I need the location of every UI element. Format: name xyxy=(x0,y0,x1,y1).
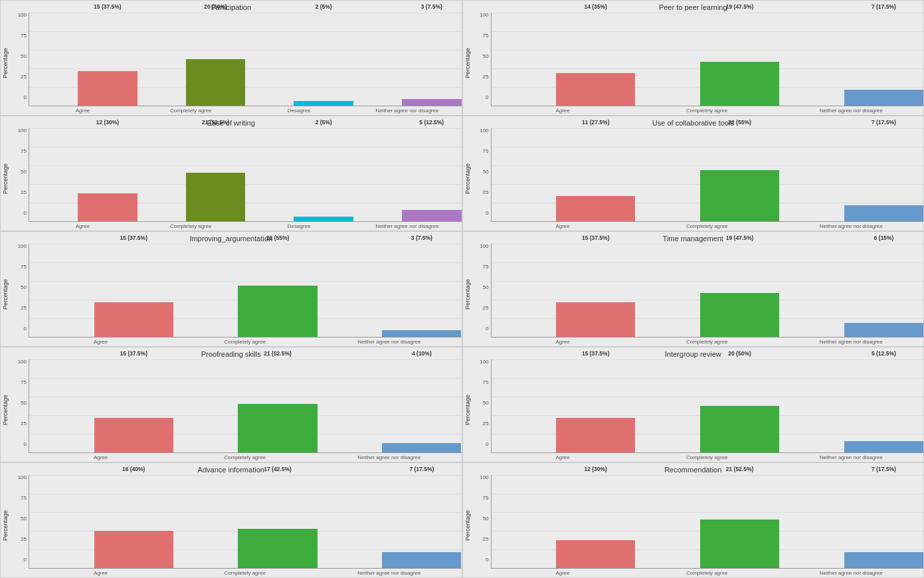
y-tick: 25 xyxy=(10,190,29,195)
bar-Neither-agree-nor-disagree xyxy=(402,210,461,222)
bar-value-label-0: 12 (30%) xyxy=(74,119,141,193)
x-axis: AgreeCompletely agreeNeither agree nor d… xyxy=(491,106,924,114)
y-tick: 25 xyxy=(10,74,29,80)
x-label-2: Desagree xyxy=(245,222,353,229)
chart-area-ease-of-writing: Percentage025507510012 (30%)21 (52.5%)2 … xyxy=(1,128,462,229)
y-tick: 50 xyxy=(472,54,491,59)
bar-value-label-0: 11 (27.5%) xyxy=(563,119,629,196)
bar-group-1: 19 (47.5%) xyxy=(635,13,779,106)
y-tick: 100 xyxy=(472,13,491,18)
x-label-3: Neither agree nor disagree xyxy=(353,222,462,229)
bar-group-1: 17 (42.5%) xyxy=(173,475,318,568)
y-tick: 50 xyxy=(472,401,491,406)
x-label-2: Neither agree nor disagree xyxy=(779,569,923,576)
y-tick: 75 xyxy=(10,264,29,270)
bar-Agree xyxy=(78,71,137,106)
y-axis-label: Percentage xyxy=(463,244,472,345)
bar-group-0: 15 (37.5%) xyxy=(492,359,636,452)
y-tick: 75 xyxy=(472,264,491,270)
y-tick: 100 xyxy=(10,359,29,365)
y-axis-label: Percentage xyxy=(1,359,10,460)
bar-group-1: 19 (47.5%) xyxy=(635,244,779,337)
bar-value-label-2: 3 (7.5%) xyxy=(389,235,455,330)
y-tick: 25 xyxy=(472,74,491,80)
y-tick: 100 xyxy=(10,13,29,18)
y-tick: 50 xyxy=(10,285,29,290)
x-axis: AgreeCompletely agreeDesagreeNeither agr… xyxy=(29,106,462,114)
chart-area-participation: Percentage025507510015 (37.5%)20 (50%)2 … xyxy=(1,13,462,114)
bar-Neither-agree-nor-disagree xyxy=(844,552,923,569)
y-tick: 25 xyxy=(472,306,491,311)
bars-container: 15 (37.5%)20 (50%)2 (5%)3 (7.5%) xyxy=(29,13,462,106)
bar-value-label-1: 20 (50%) xyxy=(707,350,773,406)
bars-and-xaxis: 12 (30%)21 (52.5%)7 (17.5%)AgreeComplete… xyxy=(491,475,924,576)
bar-Completely-agree xyxy=(700,170,779,221)
bar-group-0: 15 (37.5%) xyxy=(492,244,636,337)
bar-group-2: 7 (17.5%) xyxy=(318,475,462,568)
chart-improving-argumentation: Improving_argumentationPercentage0255075… xyxy=(0,231,462,347)
x-axis: AgreeCompletely agreeNeither agree nor d… xyxy=(29,569,462,576)
y-axis-label: Percentage xyxy=(463,475,472,576)
bar-Agree xyxy=(556,540,635,568)
bars-and-xaxis: 14 (35%)19 (47.5%)7 (17.5%)AgreeComplete… xyxy=(491,13,924,114)
bar-Neither-agree-nor-disagree xyxy=(844,441,923,453)
x-label-2: Neither agree nor disagree xyxy=(779,106,923,114)
x-label-2: Neither agree nor disagree xyxy=(317,569,461,576)
bars-container: 15 (37.5%)21 (52.5%)4 (10%) xyxy=(29,359,462,453)
y-tick: 25 xyxy=(472,190,491,195)
x-label-1: Completely agree xyxy=(635,569,779,576)
bars-container: 12 (30%)21 (52.5%)2 (5%)5 (12.5%) xyxy=(29,128,462,222)
y-tick: 50 xyxy=(10,401,29,406)
bar-group-1: 21 (52.5%) xyxy=(173,359,318,452)
x-label-2: Neither agree nor disagree xyxy=(779,337,923,345)
y-tick: 75 xyxy=(472,496,491,501)
x-label-0: Agree xyxy=(491,453,635,460)
y-tick: 75 xyxy=(10,496,29,501)
y-tick: 100 xyxy=(10,128,29,134)
bar-Agree xyxy=(556,196,635,222)
bar-Neither-agree-nor-disagree xyxy=(382,552,461,569)
bar-value-label-2: 7 (17.5%) xyxy=(850,466,917,552)
bar-value-label-1: 19 (47.5%) xyxy=(707,3,773,62)
bar-Agree xyxy=(94,418,173,453)
y-tick: 0 xyxy=(10,95,29,100)
bars-and-xaxis: 11 (27.5%)22 (55%)7 (17.5%)AgreeComplete… xyxy=(491,128,924,229)
bar-group-0: 15 (37.5%) xyxy=(29,359,173,452)
bar-Neither-agree-nor-disagree xyxy=(844,90,923,106)
plot-area: 025507510011 (27.5%)22 (55%)7 (17.5%)Agr… xyxy=(472,128,924,229)
x-label-0: Agree xyxy=(29,453,173,460)
bar-group-0: 14 (35%) xyxy=(492,13,636,106)
bar-group-0: 11 (27.5%) xyxy=(492,128,636,221)
bar-value-label-1: 22 (55%) xyxy=(244,235,311,286)
bar-value-label-0: 15 (37.5%) xyxy=(563,235,629,302)
y-tick: 25 xyxy=(472,537,491,542)
bar-group-1: 21 (52.5%) xyxy=(635,475,779,568)
plot-area: 025507510016 (40%)17 (42.5%)7 (17.5%)Agr… xyxy=(10,475,462,576)
x-axis: AgreeCompletely agreeNeither agree nor d… xyxy=(29,337,462,345)
y-ticks: 0255075100 xyxy=(10,128,29,216)
y-ticks: 0255075100 xyxy=(10,475,29,563)
x-label-1: Completely agree xyxy=(173,569,317,576)
bars-container: 14 (35%)19 (47.5%)7 (17.5%) xyxy=(491,13,924,106)
y-tick: 0 xyxy=(10,326,29,332)
bar-value-label-0: 15 (37.5%) xyxy=(563,350,629,418)
y-tick: 75 xyxy=(472,380,491,385)
chart-advance-information: Advance informationPercentage02550751001… xyxy=(0,462,462,578)
y-axis-label: Percentage xyxy=(463,359,472,460)
x-label-2: Desagree xyxy=(245,106,353,114)
y-tick: 50 xyxy=(472,169,491,175)
plot-area: 025507510012 (30%)21 (52.5%)2 (5%)5 (12.… xyxy=(10,128,462,229)
bar-group-3: 5 (12.5%) xyxy=(353,128,462,221)
y-tick: 100 xyxy=(472,128,491,134)
bar-group-0: 15 (37.5%) xyxy=(29,244,173,337)
y-tick: 25 xyxy=(10,306,29,311)
y-ticks: 0255075100 xyxy=(472,244,491,332)
x-axis: AgreeCompletely agreeNeither agree nor d… xyxy=(491,337,924,345)
bar-group-2: 7 (17.5%) xyxy=(779,128,923,221)
chart-area-peer-to-peer: Percentage025507510014 (35%)19 (47.5%)7 … xyxy=(463,13,924,114)
x-label-2: Neither agree nor disagree xyxy=(779,222,923,229)
bar-Agree xyxy=(94,531,173,568)
x-label-0: Agree xyxy=(29,106,137,114)
chart-area-recommendation: Percentage025507510012 (30%)21 (52.5%)7 … xyxy=(463,475,924,576)
y-ticks: 0255075100 xyxy=(472,475,491,563)
